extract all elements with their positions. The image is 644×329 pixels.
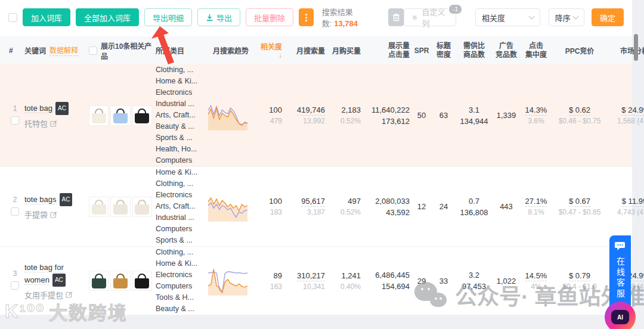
- purchases-value: 497: [329, 195, 361, 207]
- ppc-value[interactable]: $ 0.67: [569, 197, 590, 207]
- add-all-to-wordbank-button[interactable]: 全部加入词库: [76, 8, 139, 26]
- show-products-checkbox[interactable]: [89, 46, 97, 55]
- product-images: [89, 197, 152, 217]
- header-impressions[interactable]: 展示量点击量: [363, 42, 411, 60]
- clicks-value: 43,592: [364, 207, 410, 218]
- click-concentration-sub: 3.6%: [522, 116, 550, 126]
- header-ppc[interactable]: PPC竞价: [552, 45, 607, 55]
- market-price-value[interactable]: $ 24.99: [621, 105, 644, 116]
- table-row[interactable]: 1 tote bagAC 托特包 Clothing, ...Home & Ki.…: [0, 64, 632, 167]
- sort-order-select[interactable]: 降序: [549, 8, 584, 26]
- batch-delete-button[interactable]: 批量删除: [246, 8, 293, 26]
- header-supply[interactable]: 需供比商品数: [456, 42, 493, 60]
- row-checkbox[interactable]: [11, 116, 19, 125]
- table-row[interactable]: 2 tote bagsAC 手提袋 Home & Ki...Clothing, …: [0, 167, 632, 247]
- header-trend: 月搜索趋势: [206, 45, 255, 55]
- product-image[interactable]: [110, 271, 130, 291]
- edit-icon[interactable]: [50, 120, 57, 127]
- product-images: [89, 271, 152, 291]
- header-purchases[interactable]: 月购买量: [327, 45, 363, 55]
- header-market-analysis[interactable]: 市场分析: [607, 45, 644, 55]
- header-searches[interactable]: 月搜索量: [284, 45, 327, 55]
- impressions-value: 2,080,033: [364, 195, 410, 207]
- product-image[interactable]: [89, 197, 109, 217]
- ad-competitors-value: 443: [494, 201, 518, 212]
- export-detail-button[interactable]: 导出明细: [144, 8, 192, 26]
- category-item: Sports & ...: [156, 132, 205, 144]
- trend-chart[interactable]: [208, 191, 247, 223]
- header-click-concentration[interactable]: 点击集中度: [520, 42, 552, 60]
- ac-badge: AC: [52, 274, 66, 287]
- searches-sub: 13,992: [286, 116, 325, 126]
- purchases-value: 1,241: [329, 270, 361, 281]
- scrollbar-thumb[interactable]: [634, 34, 638, 61]
- main-panel: 加入词库 全部加入词库 导出明细 导出 批量删除 搜索结果数:13,784: [0, 0, 632, 315]
- online-support-label: 在线客服: [614, 257, 626, 300]
- header-spr[interactable]: SPR: [411, 46, 432, 55]
- product-image[interactable]: [89, 271, 109, 291]
- trash-button[interactable]: [388, 8, 404, 26]
- ai-assistant-button[interactable]: AI: [605, 302, 636, 329]
- header-relevance-sort[interactable]: 相关度 ↓: [255, 41, 284, 60]
- sort-field-value: 相关度: [482, 12, 505, 23]
- purchases-sub: 0.40%: [329, 281, 361, 292]
- header-density[interactable]: 标题密度: [432, 42, 456, 60]
- click-concentration-value[interactable]: 27.1%: [525, 197, 547, 207]
- row-checkbox[interactable]: [11, 281, 19, 290]
- purchases-value: 2,183: [329, 104, 361, 116]
- category-item: Arts, Craft...: [156, 110, 205, 121]
- category-item: Clothing, ...: [156, 247, 205, 258]
- ai-face-icon: AI: [611, 310, 629, 324]
- clicks-value: 173,612: [364, 116, 410, 127]
- confirm-button[interactable]: 确定: [592, 8, 624, 26]
- relevance-sub: 479: [257, 116, 282, 126]
- searches-value[interactable]: 95,617: [301, 197, 325, 207]
- export-button[interactable]: 导出: [197, 8, 240, 26]
- select-all-checkbox[interactable]: [8, 13, 17, 22]
- header-show-products: 展示10条相关产品: [101, 41, 152, 61]
- keyword-link[interactable]: tote bag: [24, 104, 52, 113]
- export-label: 导出: [216, 12, 232, 23]
- more-actions-button[interactable]: [299, 8, 314, 26]
- searches-value[interactable]: 419,746: [297, 105, 325, 116]
- chat-bubble-icon: [615, 241, 626, 251]
- category-item: Beauty & ...: [156, 121, 205, 132]
- product-image[interactable]: [132, 271, 152, 291]
- trend-chart[interactable]: [208, 265, 247, 297]
- ppc-value[interactable]: $ 0.62: [569, 105, 590, 116]
- purchases-sub: 0.52%: [329, 116, 361, 126]
- relevance-value: 89: [257, 270, 282, 281]
- product-image[interactable]: [132, 105, 152, 126]
- sort-field-select[interactable]: 相关度: [475, 8, 540, 26]
- table-body: 1 tote bagAC 托特包 Clothing, ...Home & Ki.…: [0, 64, 632, 315]
- customize-columns-button[interactable]: 自定义列 -1: [404, 8, 456, 26]
- keyword-research-page: 加入词库 全部加入词库 导出明细 导出 批量删除 搜索结果数:13,784: [0, 0, 644, 329]
- category-list: Home & Ki...Clothing, ...ElectronicsArts…: [154, 167, 206, 246]
- header-data-explain-link[interactable]: 数据解释: [49, 45, 78, 56]
- product-image[interactable]: [110, 197, 130, 217]
- add-to-wordbank-button[interactable]: 加入词库: [23, 8, 70, 26]
- keyword-link[interactable]: tote bags: [24, 195, 57, 204]
- category-list: Clothing, ...Home & Ki...ElectronicsComp…: [154, 247, 206, 315]
- category-item: Sports & ...: [156, 235, 205, 246]
- ac-badge: AC: [55, 102, 69, 115]
- market-price-value[interactable]: $ 11.99: [622, 197, 644, 207]
- edit-icon[interactable]: [50, 211, 57, 218]
- clicks-value: 154,694: [364, 281, 410, 292]
- header-ad-competitors[interactable]: 广告竞品数: [493, 42, 520, 60]
- trend-chart[interactable]: [208, 100, 247, 132]
- edit-icon[interactable]: [66, 291, 73, 298]
- product-image[interactable]: [110, 105, 130, 126]
- toolbar: 加入词库 全部加入词库 导出明细 导出 批量删除 搜索结果数:13,784: [0, 0, 632, 35]
- product-image[interactable]: [89, 105, 109, 126]
- ac-badge: AC: [60, 193, 73, 206]
- product-image[interactable]: [132, 197, 152, 217]
- ppc-range: $0.46 - $0.75: [554, 116, 605, 126]
- category-item: Arts, Craft...: [156, 201, 205, 212]
- click-concentration-value[interactable]: 14.3%: [525, 105, 547, 116]
- row-checkbox[interactable]: [11, 207, 19, 216]
- row-index: 3: [9, 269, 21, 278]
- market-reviews-value: 4,743 (4.3): [609, 207, 644, 218]
- category-item: Industrial ...: [156, 212, 205, 224]
- searches-value[interactable]: 310,217: [297, 271, 325, 281]
